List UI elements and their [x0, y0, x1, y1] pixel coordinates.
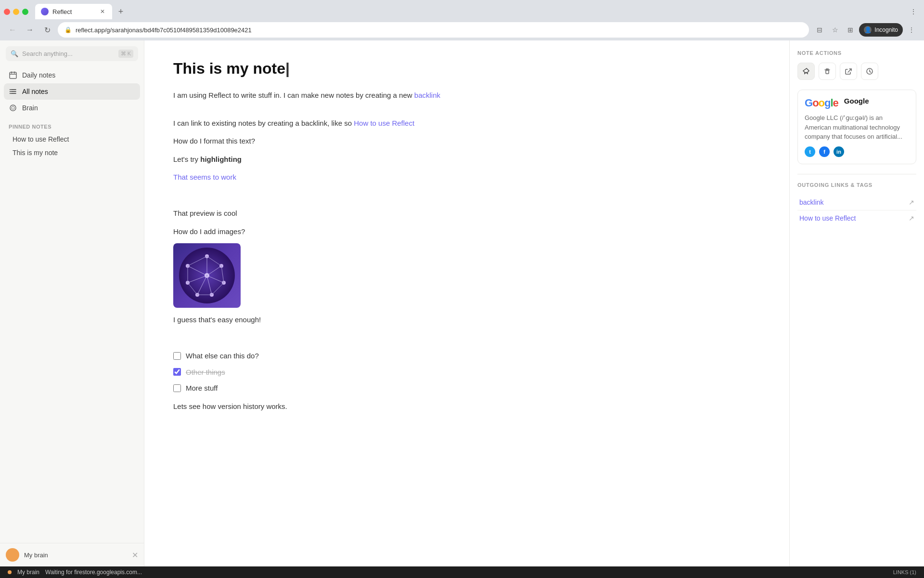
tab-label: Reflect	[52, 8, 72, 15]
outgoing-link-how-to-use-label: How to use Reflect	[799, 214, 856, 222]
status-dot	[8, 570, 12, 574]
more-options-btn[interactable]: ⋮	[905, 23, 918, 37]
search-box[interactable]: 🔍 Search anything... ⌘ K	[6, 46, 138, 61]
search-icon: 🔍	[11, 50, 18, 57]
note-actions-label: NOTE ACTIONS	[797, 50, 916, 56]
browser-tab[interactable]: Reflect ✕	[35, 4, 112, 19]
sidebar-toggle-btn[interactable]: ⊞	[844, 23, 857, 37]
note-title[interactable]: This is my note	[173, 60, 758, 78]
url-bar[interactable]: 🔒 reflect.app/g/sarahjonas/bd4fb7c0510f4…	[58, 22, 809, 38]
delete-action-btn[interactable]	[819, 63, 836, 80]
new-tab-btn[interactable]: +	[114, 5, 128, 18]
browser-chrome: Reflect ✕ + ⋮ ← → ↻ 🔒 reflect.app/g/sara…	[0, 0, 924, 40]
search-placeholder: Search anything...	[22, 50, 115, 57]
sidebar-bottom: My brain ✕	[0, 543, 144, 566]
highlight-link[interactable]: That seems to work	[173, 173, 236, 181]
svg-point-8	[10, 91, 11, 92]
minimize-window-btn[interactable]	[13, 9, 19, 15]
incognito-badge: 👤 Incognito	[859, 23, 903, 37]
pinned-item-how-to-use[interactable]: How to use Reflect	[4, 132, 140, 146]
bookmark-icon[interactable]: ☆	[828, 23, 842, 37]
sidebar-close-btn[interactable]: ✕	[132, 551, 138, 560]
note-para-highlight: Let's try highlighting	[173, 153, 758, 166]
note-para-spacer	[173, 189, 758, 202]
pinned-item-this-is-my-note[interactable]: This is my note	[4, 146, 140, 159]
twitter-icon[interactable]: t	[805, 146, 815, 157]
checkbox-item-2: Other things	[173, 366, 758, 379]
svg-rect-0	[10, 72, 16, 79]
brain-name: My brain	[24, 552, 48, 559]
close-window-btn[interactable]	[4, 9, 10, 15]
tab-bar: Reflect ✕ + ⋮	[0, 0, 924, 19]
google-card[interactable]: Google Google Google LLC (/ˈɡuːɡəl/) is …	[797, 90, 916, 164]
note-para-cool: That preview is cool	[173, 207, 758, 220]
tab-close-btn[interactable]: ✕	[99, 8, 106, 15]
app: 🔍 Search anything... ⌘ K Daily notes	[0, 40, 924, 566]
brain-info: My brain	[24, 552, 48, 559]
note-para-work: That seems to work	[173, 171, 758, 184]
google-logo: Google	[805, 97, 838, 109]
cast-icon[interactable]: ⊟	[813, 23, 826, 37]
backlink-link[interactable]: backlink	[414, 91, 440, 99]
internal-link-how-to-use[interactable]: How to use Reflect	[354, 119, 414, 127]
sidebar-item-all-notes[interactable]: All notes	[4, 83, 140, 100]
sidebar-item-brain[interactable]: Brain	[4, 100, 140, 116]
daily-notes-label: Daily notes	[22, 71, 55, 79]
browser-action-buttons: ⊟ ☆ ⊞ 👤 Incognito ⋮	[813, 23, 918, 37]
sidebar-item-daily-notes[interactable]: Daily notes	[4, 67, 140, 83]
cursor-line	[173, 107, 758, 117]
outgoing-link-backlink[interactable]: backlink ↗	[797, 195, 916, 210]
checkbox-label-2: Other things	[186, 366, 225, 379]
sidebar: 🔍 Search anything... ⌘ K Daily notes	[0, 40, 144, 566]
sidebar-nav: Daily notes All notes	[0, 65, 144, 118]
note-para-2: I can link to existing notes by creating…	[173, 117, 758, 130]
incognito-icon: 👤	[864, 26, 872, 34]
pinned-section-label: PINNED NOTES	[0, 118, 144, 132]
google-card-header: Google Google	[805, 97, 909, 109]
panel-divider	[797, 174, 916, 174]
svg-point-11	[12, 106, 14, 109]
svg-point-9	[10, 93, 11, 94]
reload-btn[interactable]: ↻	[40, 23, 54, 37]
link-arrow-icon-2: ↗	[909, 214, 914, 222]
tab-favicon-icon	[41, 8, 49, 15]
sidebar-search-area: 🔍 Search anything... ⌘ K	[0, 40, 144, 65]
google-card-title: Google	[844, 97, 869, 105]
security-icon: 🔒	[64, 26, 72, 33]
brain-name-status: My brain	[17, 569, 39, 576]
brain-icon	[9, 104, 17, 112]
checkbox-label-3: More stuff	[186, 382, 218, 394]
backlinks-indicator: LINKS (1)	[893, 569, 916, 575]
note-body[interactable]: I am using Reflect to write stuff in. I …	[173, 89, 758, 412]
main-content[interactable]: This is my note I am using Reflect to wr…	[144, 40, 787, 566]
svg-rect-35	[826, 70, 829, 74]
checkbox-more-stuff[interactable]	[173, 384, 181, 392]
status-bar: My brain Waiting for firestore.googleapi…	[0, 566, 924, 578]
note-image	[173, 243, 241, 308]
maximize-window-btn[interactable]	[22, 9, 28, 15]
brain-label: Brain	[22, 104, 38, 112]
checkbox-what-else[interactable]	[173, 352, 181, 360]
facebook-icon[interactable]: f	[819, 146, 830, 157]
share-action-btn[interactable]	[840, 63, 857, 80]
link-arrow-icon: ↗	[909, 198, 914, 206]
history-action-btn[interactable]	[861, 63, 878, 80]
checkbox-label-1: What else can this do?	[186, 350, 259, 362]
back-btn[interactable]: ←	[6, 23, 19, 37]
pin-action-btn[interactable]	[797, 63, 815, 80]
outgoing-link-backlink-label: backlink	[799, 198, 824, 206]
linkedin-icon[interactable]: in	[834, 146, 844, 157]
incognito-label: Incognito	[874, 26, 898, 33]
search-shortcut: ⌘ K	[118, 50, 133, 58]
outgoing-link-how-to-use[interactable]: How to use Reflect ↗	[797, 210, 916, 226]
forward-btn[interactable]: →	[23, 23, 37, 37]
all-notes-label: All notes	[22, 88, 48, 95]
window-controls	[4, 9, 28, 15]
note-para-format: How do I format this text?	[173, 135, 758, 147]
tab-more-btn[interactable]: ⋮	[907, 5, 920, 18]
checkbox-other-things[interactable]	[173, 368, 181, 376]
network-graph-svg	[178, 247, 236, 304]
checkbox-item-1: What else can this do?	[173, 350, 758, 362]
note-actions-row	[797, 63, 916, 80]
note-para-spacer2	[173, 332, 758, 344]
